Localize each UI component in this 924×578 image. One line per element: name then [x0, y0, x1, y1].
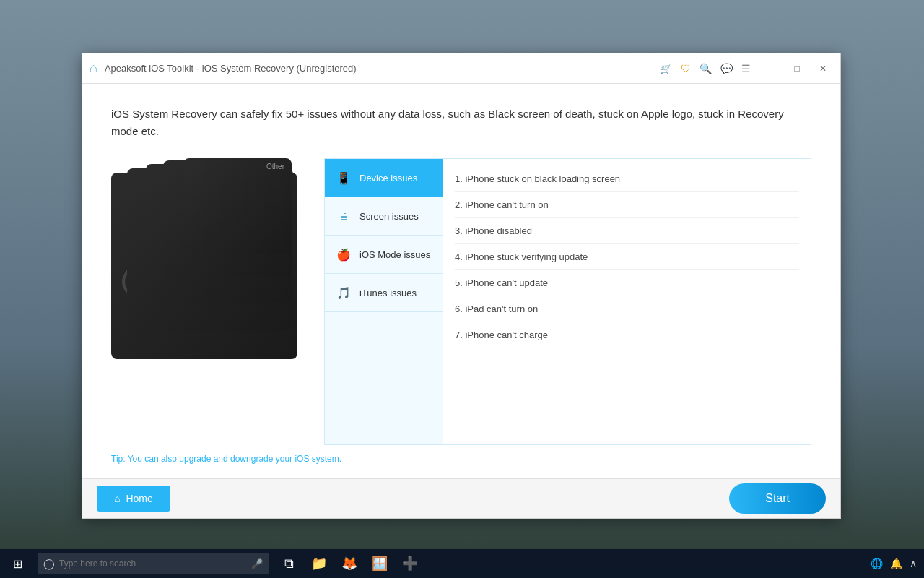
tip-text: Tip: You can also upgrade and downgrade … [111, 454, 811, 464]
teamviewer-icon: ➕ [402, 556, 418, 571]
file-explorer-button[interactable]: 📁 [305, 549, 334, 578]
stack-card-other: Other [183, 158, 292, 254]
taskbar-search-wrapper: ◯ 🎤 [38, 553, 269, 574]
issue-4: 4. iPhone stuck verifying update [455, 244, 799, 270]
issues-list: 1. iPhone stuck on black loading screen … [443, 159, 811, 355]
ios-icon: 🍎 [335, 246, 352, 263]
firefox-button[interactable]: 🦊 [335, 549, 364, 578]
message-icon[interactable]: 💬 [720, 63, 733, 74]
maximize-button[interactable]: □ [787, 59, 807, 79]
task-view-icon: ⧉ [284, 556, 294, 571]
categories-panel: 📱 Device issues 🖥 Screen issues 🍎 iOS Mo… [324, 158, 443, 445]
window-controls: — □ ✕ [761, 59, 833, 79]
windows-icon: ⊞ [13, 557, 22, 571]
title-bar: ⌂ Apeaksoft iOS Toolkit - iOS System Rec… [82, 53, 840, 84]
category-itunes-label: iTunes issues [359, 288, 417, 298]
search-icon[interactable]: 🔍 [699, 63, 712, 74]
teamviewer-button[interactable]: ➕ [396, 549, 424, 578]
shield-icon[interactable]: 🛡 [681, 63, 691, 74]
close-button[interactable]: ✕ [813, 59, 833, 79]
notification-icon[interactable]: 🔔 [890, 558, 902, 569]
category-screen-label: Screen issues [359, 211, 419, 222]
start-button[interactable]: Start [729, 483, 826, 514]
itunes-icon: 🎵 [335, 284, 352, 301]
firefox-icon: 🦊 [341, 556, 357, 571]
network-icon[interactable]: 🌐 [871, 558, 883, 569]
taskbar-right: 🌐 🔔 ∧ [871, 558, 924, 569]
category-device[interactable]: 📱 Device issues [325, 159, 443, 197]
file-explorer-icon: 📁 [311, 556, 327, 571]
description-text: iOS System Recovery can safely fix 50+ i… [111, 105, 811, 140]
content-area: iOS System Recovery can safely fix 50+ i… [82, 84, 840, 478]
mic-icon[interactable]: 🎤 [251, 558, 263, 569]
category-itunes[interactable]: 🎵 iTunes issues [325, 274, 443, 312]
menu-icon[interactable]: ☰ [741, 63, 751, 74]
home-icon: ⌂ [90, 61, 97, 76]
category-device-label: Device issues [359, 173, 417, 184]
home-btn-label: Home [126, 493, 152, 504]
cortana-icon: ◯ [43, 558, 55, 569]
search-input[interactable] [38, 553, 269, 574]
taskbar: ⊞ ◯ 🎤 ⧉ 📁 🦊 🪟 ➕ 🌐 🔔 ∧ [0, 549, 924, 578]
stack-label-5: Other [266, 163, 284, 171]
issue-2: 2. iPhone can't turn on [455, 192, 799, 218]
category-screen[interactable]: 🖥 Screen issues [325, 197, 443, 236]
chevron-up-icon[interactable]: ∧ [910, 558, 917, 569]
category-ios[interactable]: 🍎 iOS Mode issues [325, 236, 443, 274]
device-icon: 📱 [335, 169, 352, 186]
device-stack: Loop Restart 📱 Apple Logo Recovery Mode … [111, 158, 302, 350]
app-window: ⌂ Apeaksoft iOS Toolkit - iOS System Rec… [82, 53, 841, 519]
issues-panel: 1. iPhone stuck on black loading screen … [443, 158, 811, 445]
bottom-bar: ⌂ Home Start [82, 478, 840, 518]
main-content: Loop Restart 📱 Apple Logo Recovery Mode … [111, 158, 811, 445]
minimize-button[interactable]: — [761, 59, 781, 79]
taskbar-app-icons: ⧉ 📁 🦊 🪟 ➕ [274, 549, 424, 578]
issue-5: 5. iPhone can't update [455, 270, 799, 296]
category-ios-label: iOS Mode issues [359, 249, 430, 260]
issue-6: 6. iPad can't turn on [455, 296, 799, 322]
screen-icon: 🖥 [335, 207, 352, 225]
home-btn-icon: ⌂ [114, 493, 120, 504]
issue-7: 7. iPhone can't charge [455, 322, 799, 348]
issue-3: 3. iPhone disabled [455, 218, 799, 244]
task-view-button[interactable]: ⧉ [274, 549, 303, 578]
cart-icon[interactable]: 🛒 [660, 63, 672, 74]
title-bar-icons: 🛒 🛡 🔍 💬 ☰ [660, 63, 751, 74]
issue-1: 1. iPhone stuck on black loading screen [455, 166, 799, 192]
store-icon: 🪟 [372, 556, 388, 571]
right-panel: 📱 Device issues 🖥 Screen issues 🍎 iOS Mo… [324, 158, 811, 445]
start-menu-button[interactable]: ⊞ [0, 549, 35, 578]
home-button[interactable]: ⌂ Home [97, 486, 170, 512]
store-button[interactable]: 🪟 [365, 549, 394, 578]
window-title: Apeaksoft iOS Toolkit - iOS System Recov… [105, 63, 660, 74]
